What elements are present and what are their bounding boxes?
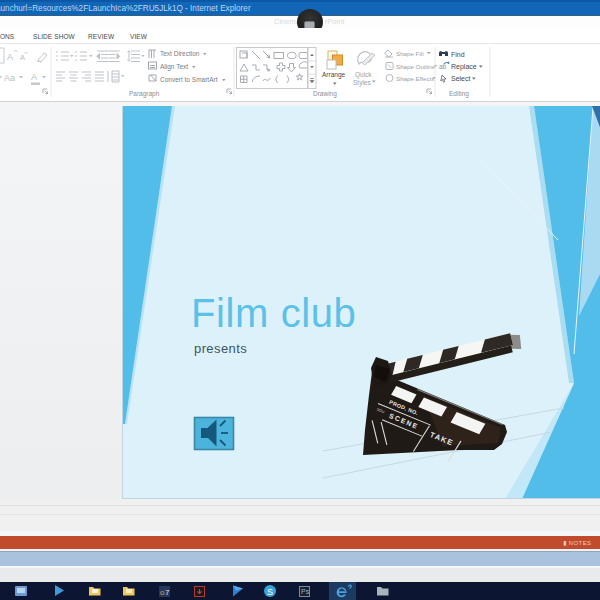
svg-text:Drawing: Drawing	[313, 90, 337, 98]
svg-text:A: A	[31, 72, 37, 82]
svg-text:Align Text: Align Text	[160, 63, 188, 71]
svg-text:S: S	[267, 587, 273, 597]
svg-text:A: A	[7, 52, 13, 62]
svg-text:Ps: Ps	[301, 588, 310, 595]
svg-text:Aa: Aa	[4, 73, 15, 83]
svg-text:Replace: Replace	[451, 63, 477, 71]
svg-text:A: A	[20, 53, 25, 62]
svg-text:Editing: Editing	[449, 90, 469, 98]
svg-text:Convert to SmartArt: Convert to SmartArt	[160, 76, 218, 83]
svg-text:Shape Effects: Shape Effects	[396, 75, 434, 82]
svg-text:ab: ab	[439, 63, 447, 70]
svg-text:Find: Find	[451, 51, 465, 58]
svg-text:Select: Select	[451, 75, 471, 82]
svg-text:Shape Outline: Shape Outline	[396, 63, 436, 70]
svg-text:7: 7	[165, 588, 170, 597]
svg-text:Arrange: Arrange	[322, 71, 346, 79]
svg-text:Shape Fill: Shape Fill	[396, 50, 424, 57]
svg-text:Text Direction: Text Direction	[160, 50, 200, 57]
svg-text:Paragraph: Paragraph	[129, 90, 160, 98]
svg-text:Quick: Quick	[355, 71, 372, 79]
svg-text:Styles: Styles	[353, 79, 371, 87]
